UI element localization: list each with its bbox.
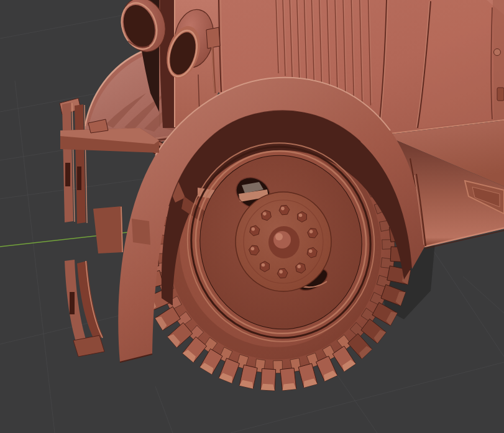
hub-bolt-highlight: [299, 214, 303, 217]
viewport[interactable]: [0, 0, 504, 433]
door-hinge-lower: [497, 88, 504, 101]
hub-bolt-highlight: [309, 249, 313, 253]
lamp-bracket: [206, 27, 220, 48]
hub-bolt-highlight: [252, 227, 255, 231]
hub-bolt-highlight: [262, 263, 265, 267]
hub-bolt-highlight: [297, 265, 301, 268]
door-hinge-upper: [494, 49, 501, 56]
hub-bolt: [298, 212, 307, 222]
slat-slot-1: [65, 163, 70, 186]
hub-bolt-highlight: [251, 247, 255, 251]
tread-lug-bevel: [261, 384, 275, 391]
slat-slot-3: [70, 292, 75, 314]
hub-dome: [273, 231, 291, 248]
hub-highlight: [275, 233, 283, 240]
hub-bolt-highlight: [279, 270, 283, 274]
hub-bolt-highlight: [263, 212, 267, 216]
slat-slot-2: [77, 166, 81, 190]
hub-bolt-highlight: [281, 207, 285, 211]
lower-bracket-block: [93, 206, 123, 253]
door-pillar: [493, 0, 504, 122]
hub-bolt-highlight: [309, 230, 313, 234]
viewport-canvas[interactable]: [0, 0, 504, 433]
spring-end: [132, 219, 150, 245]
hub-bolt: [260, 262, 270, 272]
